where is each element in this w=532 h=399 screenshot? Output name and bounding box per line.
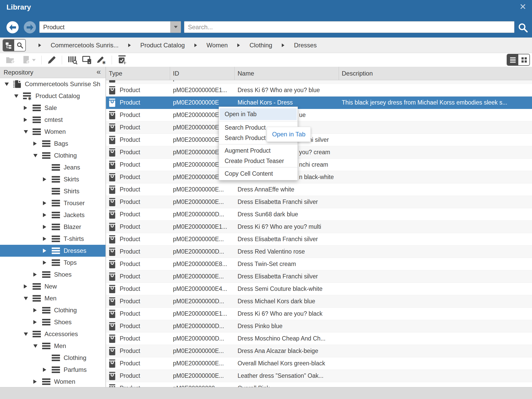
new-content-button[interactable] bbox=[22, 56, 30, 64]
collapse-arrow-icon[interactable] bbox=[24, 297, 31, 300]
tree-item-shoes[interactable]: Shoes bbox=[0, 316, 105, 328]
tree-item-women[interactable]: Women bbox=[0, 376, 105, 387]
table-row[interactable]: ProductpM0E20000000E...Dress Elisabetta … bbox=[106, 270, 532, 283]
expand-arrow-icon[interactable] bbox=[33, 142, 40, 146]
breadcrumb-item-women[interactable]: Women bbox=[207, 42, 228, 49]
tree-item-trouser[interactable]: Trouser bbox=[0, 197, 105, 209]
collapse-arrow-icon[interactable] bbox=[33, 344, 40, 348]
table-row[interactable]: ProductpM0E20000000D...Dress Moschino Ch… bbox=[106, 333, 532, 345]
table-row[interactable]: ProductpM0E20000000E8...Dress Twin-Set c… bbox=[106, 258, 532, 270]
collapse-arrow-icon[interactable] bbox=[33, 154, 40, 157]
tree-item-bags[interactable]: Bags bbox=[0, 138, 105, 150]
expand-arrow-icon[interactable] bbox=[33, 380, 40, 384]
table-row[interactable]: ProductpM0E20000000E...Overall Michael K… bbox=[106, 357, 532, 370]
column-header-name[interactable]: Name bbox=[235, 67, 339, 80]
column-header-description[interactable]: Description bbox=[339, 67, 532, 80]
floating-open-in-tab[interactable]: Open in Tab bbox=[267, 127, 311, 142]
tree-item-jackets[interactable]: Jackets bbox=[0, 209, 105, 221]
tree-item-blazer[interactable]: Blazer bbox=[0, 221, 105, 233]
table-row[interactable]: ProductpM0E20000000E...Dress Elisabetta … bbox=[106, 233, 532, 246]
expand-arrow-icon[interactable] bbox=[43, 213, 50, 217]
tree-item-men[interactable]: Men bbox=[0, 292, 105, 304]
tree-item-clothing[interactable]: Clothing bbox=[0, 304, 105, 316]
back-button[interactable] bbox=[6, 21, 19, 33]
table-row[interactable]: ProductpM0E20000000E...ue bbox=[106, 109, 532, 121]
thumbnail-view-button[interactable] bbox=[518, 54, 529, 65]
tree-item-shoes[interactable]: Shoes bbox=[0, 269, 105, 280]
collapse-arrow-icon[interactable] bbox=[5, 83, 11, 86]
table-row[interactable]: ProductpM0E20000000E... bbox=[106, 121, 532, 134]
expand-arrow-icon[interactable] bbox=[24, 106, 31, 110]
menu-item-copy-cell-content[interactable]: Copy Cell Content bbox=[219, 168, 298, 179]
table-row[interactable]: ProductpM0E20000000E1...Dress Ki 6? Who … bbox=[106, 84, 532, 97]
breadcrumb-item-clothing[interactable]: Clothing bbox=[249, 42, 272, 49]
tree-item-sale[interactable]: Sale bbox=[0, 102, 105, 114]
tree-item-cmtest[interactable]: cmtest bbox=[0, 114, 105, 126]
tree-item-accessories[interactable]: Accessories bbox=[0, 328, 105, 340]
expand-arrow-icon[interactable] bbox=[43, 249, 50, 253]
search-product-pictures-button[interactable] bbox=[68, 56, 78, 64]
tree-view-toggle[interactable] bbox=[3, 40, 14, 51]
table-row[interactable]: ProductpM0E20000000E...you? cream bbox=[106, 146, 532, 159]
table-row[interactable]: ProductpM0E20000000E...Dress Ana Alcazar… bbox=[106, 345, 532, 357]
collapse-arrow-icon[interactable] bbox=[14, 94, 21, 98]
tree-item-shirts[interactable]: Shirts bbox=[0, 185, 105, 197]
table-row[interactable]: ProductpM0E20000000E4...Dress Semi Coutu… bbox=[106, 283, 532, 295]
table-row[interactable]: ProductpM0E20000000E...Dress AnnaEffe wh… bbox=[106, 183, 532, 196]
tree-item-parfums[interactable]: Parfums bbox=[0, 364, 105, 376]
augment-button[interactable]: ✱ bbox=[97, 56, 106, 64]
expand-arrow-icon[interactable] bbox=[33, 320, 40, 324]
doctype-select[interactable]: Product bbox=[39, 21, 181, 33]
tree-item-jeans[interactable]: Jeans bbox=[0, 161, 105, 173]
expand-arrow-icon[interactable] bbox=[43, 261, 50, 265]
list-view-button[interactable] bbox=[507, 54, 518, 65]
search-icon[interactable] bbox=[518, 22, 528, 34]
new-folder-button[interactable] bbox=[6, 56, 15, 64]
table-row-selected[interactable]: ProductpM0E20000000EMichael Kors - Dress… bbox=[106, 97, 532, 109]
expand-arrow-icon[interactable] bbox=[33, 272, 40, 277]
collapse-panel-icon[interactable]: « bbox=[96, 67, 101, 76]
search-input[interactable] bbox=[184, 21, 514, 33]
expand-arrow-icon[interactable] bbox=[33, 308, 40, 312]
tree-item-t-shirts[interactable]: T-shirts bbox=[0, 233, 105, 245]
breadcrumb-item-commercetools-sunris[interactable]: Commercetools Sunris... bbox=[51, 42, 119, 49]
search-view-toggle[interactable] bbox=[14, 40, 25, 51]
breadcrumb-item-dresses[interactable]: Dresses bbox=[294, 42, 317, 49]
tree-item-dresses[interactable]: Dresses bbox=[0, 245, 105, 257]
collapse-arrow-icon[interactable] bbox=[24, 130, 31, 134]
table-row[interactable]: ProductpM0E20000000E...n black-white bbox=[106, 171, 532, 183]
menu-item-augment-product[interactable]: Augment Product bbox=[219, 145, 298, 156]
table-row[interactable]: ProductpM0E20000000D...Dress Michael Kor… bbox=[106, 295, 532, 308]
menu-item-open-in-tab[interactable]: Open in Tab bbox=[220, 108, 297, 120]
table-row[interactable]: ProductpM0E20000000E1...Dress Ki 6? Who … bbox=[106, 221, 532, 233]
expand-arrow-icon[interactable] bbox=[43, 237, 50, 241]
preview-devices-button[interactable] bbox=[82, 56, 92, 64]
tree-item-commercetools-sunrise-sh[interactable]: Commercetools Sunrise Sh bbox=[0, 78, 105, 90]
table-row[interactable]: ProductpM0E20000000E...Dress Elisabetta … bbox=[106, 196, 532, 208]
tree-item-clothing[interactable]: Clothing bbox=[0, 150, 105, 161]
expand-arrow-icon[interactable] bbox=[24, 118, 31, 122]
expand-arrow-icon[interactable] bbox=[43, 368, 50, 372]
tree-item-skirts[interactable]: Skirts bbox=[0, 173, 105, 185]
tree-item-product-catalog[interactable]: ✱Product Catalog bbox=[0, 90, 105, 102]
expand-arrow-icon[interactable] bbox=[43, 177, 50, 181]
table-row[interactable]: ProductpM0E20000000D...Dress Pinko blue bbox=[106, 320, 532, 333]
menu-item-create-product-teaser[interactable]: Create Product Teaser bbox=[219, 156, 298, 166]
table-row[interactable]: ProductpM0E20000000D...Dress Sun68 dark … bbox=[106, 208, 532, 221]
expand-arrow-icon[interactable] bbox=[24, 284, 31, 289]
tree-item-tops[interactable]: Tops bbox=[0, 257, 105, 269]
doctype-dropdown-button[interactable] bbox=[170, 21, 181, 33]
table-row[interactable]: ProductpM0E20000000...Overall Pink... bbox=[106, 382, 532, 387]
table-row[interactable]: ProductpM0E20000000E...Leather dress ”Se… bbox=[106, 370, 532, 382]
close-icon[interactable]: ✕ bbox=[519, 3, 526, 11]
table-row[interactable]: ProductpM0E20000000E...anchi silver bbox=[106, 134, 532, 146]
expand-arrow-icon[interactable] bbox=[43, 201, 50, 205]
new-content-dropdown[interactable] bbox=[32, 59, 36, 61]
forward-button[interactable] bbox=[24, 21, 36, 33]
expand-arrow-icon[interactable] bbox=[43, 225, 50, 229]
edit-button[interactable] bbox=[47, 56, 56, 64]
tree-item-new[interactable]: New bbox=[0, 280, 105, 292]
table-row[interactable]: ProductpM0E20000000E...nchi cream bbox=[106, 159, 532, 171]
breadcrumb-item-product-catalog[interactable]: Product Catalog bbox=[140, 42, 185, 49]
tree-item-clothing[interactable]: Clothing bbox=[0, 352, 105, 364]
